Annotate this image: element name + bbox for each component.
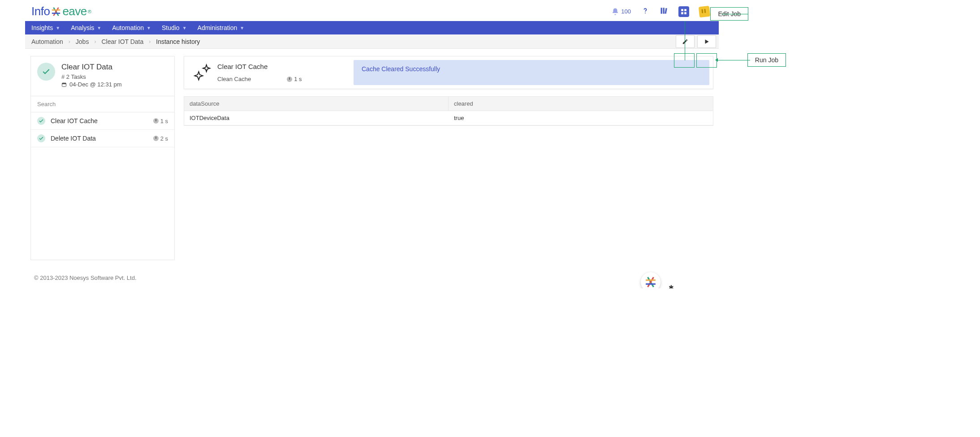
breadcrumb: Automation › Jobs › Clear IOT Data › Ins… [31,38,200,45]
status-banner: Cache Cleared Successfully [354,60,709,85]
detail-title: Clear IOT Cache [217,63,352,70]
task-duration: 1 s [153,118,168,124]
job-sidebar: Clear IOT Data # 2 Tasks 04-Dec @ 12:31 … [30,56,175,260]
library-button[interactable] [660,6,669,17]
apps-button[interactable] [678,6,689,17]
arrow-icon [715,58,718,62]
play-icon [704,39,710,45]
check-icon [37,134,45,142]
callout-line [685,21,685,60]
callout-run-job: Run Job [747,53,786,67]
table-row[interactable]: IOTDeviceData true [184,111,713,125]
col-cleared[interactable]: cleared [449,97,713,111]
status-check-icon [37,63,55,81]
nav-studio[interactable]: Studio▼ [162,24,187,31]
search-input[interactable]: Search [31,96,174,112]
clock-icon [287,77,292,82]
chevron-right-icon: › [69,39,70,45]
job-header: Clear IOT Data # 2 Tasks 04-Dec @ 12:31 … [31,56,174,96]
help-button[interactable] [641,6,650,17]
chevron-right-icon: › [149,39,151,45]
chevron-down-icon: ▼ [97,26,101,30]
col-datasource[interactable]: dataSource [184,97,449,111]
svg-rect-11 [65,82,65,83]
chevron-right-icon: › [94,39,96,45]
callout-line [721,14,748,14]
detail-panel: Clear IOT Cache Clean Cache 1 s Cache Cl… [184,56,713,260]
logo-prefix: Info [31,4,50,18]
chevron-down-icon: ▼ [182,26,187,30]
result-table: dataSource cleared IOTDeviceData true [184,96,713,126]
job-timestamp: 04-Dec @ 12:31 pm [61,81,122,88]
chevron-down-icon: ▼ [240,26,244,30]
edit-job-button[interactable] [676,35,695,48]
logo-suffix: eave [62,4,86,18]
calendar-icon [61,82,67,87]
svg-point-0 [645,13,646,13]
nav-automation[interactable]: Automation▼ [112,24,151,31]
run-job-button[interactable] [697,35,716,48]
crumb-jobs[interactable]: Jobs [76,38,89,45]
nav-administration[interactable]: Administration▼ [198,24,245,31]
task-name: Delete IOT Data [51,135,96,142]
svg-rect-9 [62,83,66,84]
svg-rect-2 [663,8,665,13]
task-name: Clear IOT Cache [51,117,98,124]
task-detail-card: Clear IOT Cache Clean Cache 1 s Cache Cl… [184,56,713,89]
crumb-instance-history[interactable]: Instance history [156,38,200,45]
detail-subtitle: Clean Cache [217,76,251,82]
table-header: dataSource cleared [184,97,713,111]
clock-icon [153,136,159,141]
task-duration: 2 s [153,135,168,142]
clock-icon [153,118,159,124]
svg-rect-3 [665,8,667,14]
bug-icon[interactable]: ✱ [669,284,674,288]
question-icon [641,6,650,15]
detail-duration: 1 s [294,76,302,82]
page-actions [676,35,716,48]
svg-rect-5 [684,9,686,11]
topbar: Info eave ® 100 [25,0,719,21]
top-icons: 100 [611,6,710,17]
breadcrumb-bar: Automation › Jobs › Clear IOT Data › Ins… [25,34,719,49]
check-icon [37,117,45,125]
notification-count: 100 [621,8,631,15]
brand-logo[interactable]: Info eave ® [31,4,91,18]
nav-insights[interactable]: Insights▼ [31,24,60,31]
bell-icon [611,8,619,16]
job-title: Clear IOT Data [61,63,122,72]
nav-analysis[interactable]: Analysis▼ [71,24,101,31]
crumb-automation[interactable]: Automation [31,38,63,45]
cell-datasource: IOTDeviceData [184,111,449,125]
pencil-icon [682,39,688,45]
notes-button[interactable] [699,5,710,17]
task-row[interactable]: Delete IOT Data 2 s [31,130,174,147]
sparkle-icon [190,60,216,85]
cell-cleared: true [449,111,713,125]
grid-icon [681,9,687,15]
notifications-button[interactable]: 100 [611,8,631,16]
chevron-down-icon: ▼ [56,26,60,30]
svg-rect-10 [63,82,64,83]
books-icon [660,6,669,15]
main-navbar: Insights▼ Analysis▼ Automation▼ Studio▼ … [25,21,719,34]
svg-rect-7 [684,12,686,14]
floating-brand-button[interactable] [641,272,661,288]
crumb-clear-iot-data[interactable]: Clear IOT Data [101,38,143,45]
svg-rect-4 [681,9,683,11]
content: Clear IOT Data # 2 Tasks 04-Dec @ 12:31 … [25,49,719,267]
logo-reg: ® [88,9,91,14]
footer-copyright: © 2013-2023 Noesys Software Pvt. Ltd. [25,267,719,288]
chevron-down-icon: ▼ [147,26,151,30]
task-row[interactable]: Clear IOT Cache 1 s [31,112,174,130]
job-tasks-count: # 2 Tasks [61,73,122,80]
logo-mark-icon [51,7,61,17]
svg-rect-1 [661,8,662,13]
svg-rect-6 [681,12,683,14]
callout-line [717,60,750,60]
